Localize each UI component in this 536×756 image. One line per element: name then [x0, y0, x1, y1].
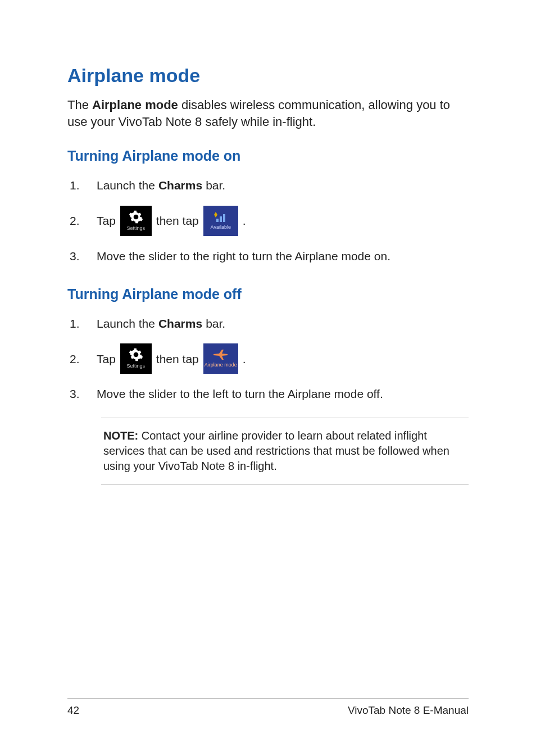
- settings-label: Settings: [127, 363, 146, 370]
- intro-bold: Airplane mode: [92, 98, 178, 112]
- airplane-mode-icon: Airplane mode: [203, 343, 238, 374]
- step-number: 2.: [67, 213, 97, 228]
- section-on-heading: Turning Airplane mode on: [67, 148, 469, 164]
- step-number: 1.: [67, 178, 97, 193]
- step-text: Move the slider to the right to turn the…: [97, 248, 390, 264]
- settings-charm-icon: Settings: [120, 206, 152, 236]
- airplane-icon: [212, 348, 229, 361]
- step-text: Tap: [97, 213, 116, 228]
- note-box: NOTE: Contact your airline provider to l…: [101, 418, 469, 485]
- step-period: .: [243, 351, 246, 366]
- gear-icon: [129, 347, 143, 362]
- step-text: Move the slider to the left to turn the …: [97, 386, 383, 401]
- section-turning-on: Turning Airplane mode on 1. Launch the C…: [67, 148, 469, 264]
- step-text: then tap: [156, 213, 199, 228]
- section-off-heading: Turning Airplane mode off: [67, 286, 469, 302]
- step-on-1: 1. Launch the Charms bar.: [67, 178, 469, 193]
- gear-icon: [129, 210, 143, 224]
- step-text: bar.: [206, 316, 225, 331]
- section-turning-off: Turning Airplane mode off 1. Launch the …: [67, 286, 469, 402]
- step-text: bar.: [206, 178, 225, 193]
- step-bold: Charms: [158, 178, 202, 193]
- available-label: Available: [211, 224, 231, 231]
- note-text: Contact your airline provider to learn a…: [103, 429, 449, 472]
- page-heading: Airplane mode: [67, 65, 469, 87]
- step-bold: Charms: [158, 316, 202, 331]
- step-on-2: 2. Tap Settings then tap Available .: [67, 206, 469, 236]
- step-number: 3.: [67, 386, 97, 401]
- settings-label: Settings: [127, 225, 146, 232]
- intro-paragraph: The Airplane mode disables wireless comm…: [67, 97, 469, 130]
- step-on-3: 3. Move the slider to the right to turn …: [67, 248, 469, 264]
- step-text: Launch the: [97, 316, 155, 331]
- step-number: 1.: [67, 316, 97, 331]
- svg-rect-1: [220, 216, 222, 222]
- step-off-1: 1. Launch the Charms bar.: [67, 316, 469, 331]
- network-available-icon: Available: [203, 206, 238, 236]
- svg-rect-2: [223, 214, 225, 222]
- note-label: NOTE:: [103, 429, 138, 442]
- page-footer: 42 VivoTab Note 8 E-Manual: [67, 698, 469, 717]
- step-off-2: 2. Tap Settings then tap Airplane mode .: [67, 343, 469, 374]
- step-number: 2.: [67, 351, 97, 366]
- page-number: 42: [67, 704, 79, 717]
- airplane-label: Airplane mode: [205, 362, 237, 369]
- intro-pre: The: [67, 98, 92, 112]
- step-off-3: 3. Move the slider to the left to turn t…: [67, 386, 469, 401]
- settings-charm-icon: Settings: [120, 343, 152, 374]
- step-text: Tap: [97, 351, 116, 366]
- step-text: then tap: [156, 351, 199, 366]
- signal-bars-icon: [213, 211, 229, 223]
- manual-title: VivoTab Note 8 E-Manual: [348, 704, 469, 717]
- step-number: 3.: [67, 248, 97, 264]
- step-text: Launch the: [97, 178, 155, 193]
- step-period: .: [243, 213, 246, 228]
- svg-rect-0: [216, 219, 219, 222]
